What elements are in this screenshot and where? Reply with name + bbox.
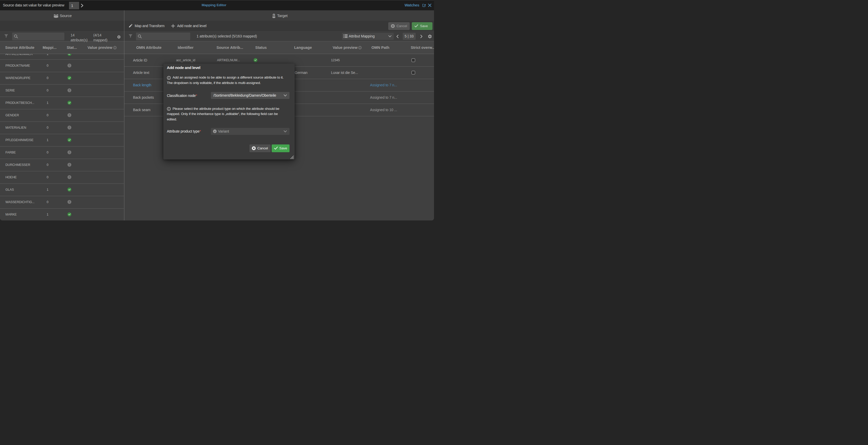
svg-text:V: V xyxy=(214,130,216,133)
